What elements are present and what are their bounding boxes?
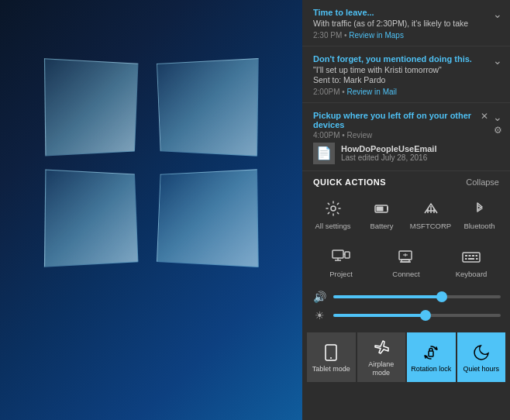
quick-actions-title: QUICK ACTIONS xyxy=(313,177,386,187)
svg-rect-21 xyxy=(465,258,467,260)
keyboard-icon xyxy=(459,246,484,267)
svg-point-25 xyxy=(330,357,332,359)
file-icon: 📄 xyxy=(313,143,335,164)
quick-connect[interactable]: Connect xyxy=(374,239,439,284)
svg-rect-7 xyxy=(345,252,350,258)
bottom-buttons-grid: Tablet mode Airplane mode xyxy=(302,328,510,382)
expand-icon-3[interactable]: ⌄ xyxy=(493,111,502,123)
all-settings-icon xyxy=(321,198,346,219)
quiet-hours-icon xyxy=(472,343,491,362)
svg-rect-17 xyxy=(465,255,467,256)
settings-icon-3[interactable]: ⚙ xyxy=(494,125,502,136)
bluetooth-icon xyxy=(467,198,492,219)
msftcorp-label: MSFTCORP xyxy=(410,222,451,230)
rotation-lock-button[interactable]: Rotation lock xyxy=(407,332,456,382)
airplane-mode-label: Airplane mode xyxy=(360,360,403,377)
file-item: 📄 HowDoPeopleUseEmail Last edited July 2… xyxy=(313,143,499,164)
tablet-mode-icon xyxy=(322,343,340,362)
brightness-icon: ☀ xyxy=(312,309,327,322)
expand-icon-2[interactable]: ⌄ xyxy=(493,54,502,67)
svg-rect-18 xyxy=(469,255,471,256)
notification-time-to-leave: Time to leave... With traffic (as of 2:3… xyxy=(302,0,510,46)
brightness-slider[interactable] xyxy=(333,314,501,317)
quiet-hours-label: Quiet hours xyxy=(463,365,499,374)
brightness-slider-row: ☀ xyxy=(302,306,510,325)
battery-icon xyxy=(370,198,395,219)
notification-body-1: With traffic (as of 2:30PM), it's likely… xyxy=(313,19,499,29)
airplane-mode-icon xyxy=(372,339,391,357)
connect-label: Connect xyxy=(392,270,419,278)
notification-link-2[interactable]: Review in Mail xyxy=(347,88,397,96)
rotation-lock-icon xyxy=(422,343,440,362)
notification-body-2: "I'll set up time with Kristi tomorrow" xyxy=(313,65,499,76)
svg-rect-20 xyxy=(476,255,478,256)
close-icon-3[interactable]: ✕ xyxy=(481,111,488,122)
volume-icon: 🔊 xyxy=(312,291,327,303)
project-label: Project xyxy=(329,270,353,278)
volume-slider[interactable] xyxy=(333,295,501,298)
notification-meta-1: 2:30 PM • Review in Maps xyxy=(313,31,499,40)
all-settings-label: All settings xyxy=(315,222,351,230)
svg-rect-22 xyxy=(468,258,474,260)
quick-keyboard[interactable]: Keyboard xyxy=(439,239,504,284)
windows-logo xyxy=(47,62,264,279)
tablet-mode-button[interactable]: Tablet mode xyxy=(307,332,356,382)
battery-label: Battery xyxy=(370,222,393,230)
svg-rect-2 xyxy=(376,206,383,211)
quick-bluetooth[interactable]: Bluetooth xyxy=(455,191,504,236)
action-center-panel: Time to leave... With traffic (as of 2:3… xyxy=(302,0,510,420)
expand-icon-1[interactable]: ⌄ xyxy=(493,8,502,20)
notification-pickup: Pickup where you left off on your other … xyxy=(302,103,510,171)
quick-actions-row2: Project Connect xyxy=(302,239,510,284)
notification-title-3: Pickup where you left off on your other … xyxy=(313,111,499,129)
quiet-hours-button[interactable]: Quiet hours xyxy=(457,332,506,382)
notification-link-1[interactable]: Review in Maps xyxy=(349,31,404,40)
notification-dont-forget: Don't forget, you mentioned doing this. … xyxy=(302,46,510,103)
svg-rect-16 xyxy=(463,253,480,262)
keyboard-label: Keyboard xyxy=(456,270,488,278)
svg-point-0 xyxy=(331,206,336,211)
notification-title-1: Time to leave... xyxy=(313,8,499,17)
quick-actions-row1: All settings Battery xyxy=(302,191,510,236)
msftcorp-icon xyxy=(419,198,443,219)
file-date: Last edited July 28, 2016 xyxy=(341,153,436,162)
connect-icon xyxy=(394,246,419,267)
rotation-lock-label: Rotation lock xyxy=(411,365,451,374)
quick-msftcorp[interactable]: MSFTCORP xyxy=(406,191,455,236)
airplane-mode-button[interactable]: Airplane mode xyxy=(357,332,406,382)
quick-actions-header: QUICK ACTIONS Collapse xyxy=(302,171,510,191)
file-info: HowDoPeopleUseEmail Last edited July 28,… xyxy=(341,144,436,162)
tablet-mode-label: Tablet mode xyxy=(312,365,350,374)
collapse-button[interactable]: Collapse xyxy=(466,177,499,187)
volume-slider-row: 🔊 xyxy=(302,287,510,306)
file-name: HowDoPeopleUseEmail xyxy=(341,144,436,153)
project-icon xyxy=(329,246,353,267)
svg-rect-26 xyxy=(429,351,433,356)
svg-rect-23 xyxy=(476,258,478,260)
notification-time-3: 4:00PM • Review xyxy=(313,131,499,139)
bluetooth-label: Bluetooth xyxy=(463,222,494,230)
quick-project[interactable]: Project xyxy=(308,239,374,284)
notification-title-2: Don't forget, you mentioned doing this. xyxy=(313,54,499,64)
notification-sent-2: Sent to: Mark Pardo xyxy=(313,75,499,86)
quick-all-settings[interactable]: All settings xyxy=(308,191,357,236)
svg-rect-19 xyxy=(472,255,474,256)
svg-rect-6 xyxy=(333,250,343,258)
notification-meta-2: 2:00PM • Review in Mail xyxy=(313,88,499,96)
quick-battery[interactable]: Battery xyxy=(357,191,406,236)
